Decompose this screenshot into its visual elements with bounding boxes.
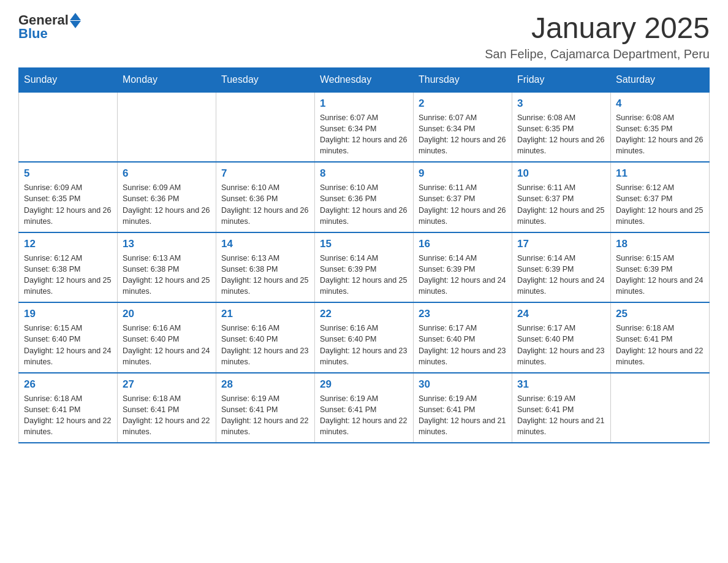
calendar-cell: 6Sunrise: 6:09 AM Sunset: 6:36 PM Daylig… [118, 162, 216, 232]
logo: General Blue [18, 12, 81, 42]
calendar-cell: 12Sunrise: 6:12 AM Sunset: 6:38 PM Dayli… [19, 232, 118, 303]
day-number: 21 [221, 308, 309, 320]
day-info: Sunrise: 6:15 AM Sunset: 6:39 PM Dayligh… [616, 253, 704, 297]
calendar-cell: 11Sunrise: 6:12 AM Sunset: 6:37 PM Dayli… [611, 162, 710, 232]
week-row-1: 1Sunrise: 6:07 AM Sunset: 6:34 PM Daylig… [19, 92, 710, 163]
day-header-tuesday: Tuesday [216, 67, 315, 92]
calendar-cell: 16Sunrise: 6:14 AM Sunset: 6:39 PM Dayli… [414, 232, 512, 303]
week-row-2: 5Sunrise: 6:09 AM Sunset: 6:35 PM Daylig… [19, 162, 710, 232]
day-info: Sunrise: 6:12 AM Sunset: 6:38 PM Dayligh… [24, 253, 112, 297]
day-info: Sunrise: 6:14 AM Sunset: 6:39 PM Dayligh… [419, 253, 507, 297]
day-number: 22 [320, 308, 408, 320]
day-info: Sunrise: 6:09 AM Sunset: 6:35 PM Dayligh… [24, 182, 112, 227]
day-info: Sunrise: 6:07 AM Sunset: 6:34 PM Dayligh… [419, 112, 507, 157]
calendar-cell: 25Sunrise: 6:18 AM Sunset: 6:41 PM Dayli… [611, 302, 710, 373]
day-info: Sunrise: 6:16 AM Sunset: 6:40 PM Dayligh… [123, 323, 211, 367]
day-number: 13 [123, 238, 211, 250]
day-number: 11 [616, 167, 704, 180]
day-info: Sunrise: 6:10 AM Sunset: 6:36 PM Dayligh… [320, 182, 408, 227]
logo-blue-text: Blue [18, 26, 48, 42]
day-info: Sunrise: 6:19 AM Sunset: 6:41 PM Dayligh… [419, 393, 507, 438]
calendar-cell: 4Sunrise: 6:08 AM Sunset: 6:35 PM Daylig… [611, 92, 710, 163]
day-info: Sunrise: 6:14 AM Sunset: 6:39 PM Dayligh… [320, 253, 408, 297]
calendar-cell: 14Sunrise: 6:13 AM Sunset: 6:38 PM Dayli… [216, 232, 315, 303]
calendar-cell: 8Sunrise: 6:10 AM Sunset: 6:36 PM Daylig… [315, 162, 414, 232]
day-info: Sunrise: 6:08 AM Sunset: 6:35 PM Dayligh… [517, 112, 605, 157]
month-title: January 2025 [485, 12, 710, 45]
day-info: Sunrise: 6:19 AM Sunset: 6:41 PM Dayligh… [320, 393, 408, 438]
logo-content: General Blue [18, 12, 81, 42]
calendar-cell: 7Sunrise: 6:10 AM Sunset: 6:36 PM Daylig… [216, 162, 315, 232]
day-info: Sunrise: 6:13 AM Sunset: 6:38 PM Dayligh… [221, 253, 309, 297]
calendar-cell: 29Sunrise: 6:19 AM Sunset: 6:41 PM Dayli… [315, 373, 414, 443]
day-number: 3 [517, 98, 605, 110]
day-header-friday: Friday [512, 67, 611, 92]
day-info: Sunrise: 6:19 AM Sunset: 6:41 PM Dayligh… [517, 393, 605, 438]
calendar-cell: 30Sunrise: 6:19 AM Sunset: 6:41 PM Dayli… [414, 373, 512, 443]
calendar-cell: 3Sunrise: 6:08 AM Sunset: 6:35 PM Daylig… [512, 92, 611, 163]
calendar-cell: 27Sunrise: 6:18 AM Sunset: 6:41 PM Dayli… [118, 373, 216, 443]
calendar-cell: 21Sunrise: 6:16 AM Sunset: 6:40 PM Dayli… [216, 302, 315, 373]
calendar-cell [19, 92, 118, 163]
day-number: 29 [320, 378, 408, 391]
day-info: Sunrise: 6:16 AM Sunset: 6:40 PM Dayligh… [221, 323, 309, 367]
day-number: 7 [221, 167, 309, 180]
day-number: 18 [616, 238, 704, 250]
day-info: Sunrise: 6:19 AM Sunset: 6:41 PM Dayligh… [221, 393, 309, 438]
calendar-cell [118, 92, 216, 163]
day-number: 25 [616, 308, 704, 320]
day-number: 4 [616, 98, 704, 110]
day-info: Sunrise: 6:15 AM Sunset: 6:40 PM Dayligh… [24, 323, 112, 367]
day-number: 28 [221, 378, 309, 391]
week-row-5: 26Sunrise: 6:18 AM Sunset: 6:41 PM Dayli… [19, 373, 710, 443]
day-number: 9 [419, 167, 507, 180]
day-info: Sunrise: 6:08 AM Sunset: 6:35 PM Dayligh… [616, 112, 704, 157]
day-number: 12 [24, 238, 112, 250]
day-header-thursday: Thursday [414, 67, 512, 92]
day-info: Sunrise: 6:11 AM Sunset: 6:37 PM Dayligh… [517, 182, 605, 227]
day-info: Sunrise: 6:17 AM Sunset: 6:40 PM Dayligh… [419, 323, 507, 367]
calendar-cell: 23Sunrise: 6:17 AM Sunset: 6:40 PM Dayli… [414, 302, 512, 373]
calendar-cell: 24Sunrise: 6:17 AM Sunset: 6:40 PM Dayli… [512, 302, 611, 373]
calendar-cell: 18Sunrise: 6:15 AM Sunset: 6:39 PM Dayli… [611, 232, 710, 303]
week-row-4: 19Sunrise: 6:15 AM Sunset: 6:40 PM Dayli… [19, 302, 710, 373]
day-header-saturday: Saturday [611, 67, 710, 92]
calendar-cell: 1Sunrise: 6:07 AM Sunset: 6:34 PM Daylig… [315, 92, 414, 163]
day-info: Sunrise: 6:16 AM Sunset: 6:40 PM Dayligh… [320, 323, 408, 367]
day-number: 17 [517, 238, 605, 250]
calendar-cell: 31Sunrise: 6:19 AM Sunset: 6:41 PM Dayli… [512, 373, 611, 443]
day-number: 14 [221, 238, 309, 250]
title-section: January 2025 San Felipe, Cajamarca Depar… [485, 12, 710, 61]
day-info: Sunrise: 6:11 AM Sunset: 6:37 PM Dayligh… [419, 182, 507, 227]
day-number: 31 [517, 378, 605, 391]
day-info: Sunrise: 6:10 AM Sunset: 6:36 PM Dayligh… [221, 182, 309, 227]
calendar-cell: 26Sunrise: 6:18 AM Sunset: 6:41 PM Dayli… [19, 373, 118, 443]
calendar-cell [216, 92, 315, 163]
week-row-3: 12Sunrise: 6:12 AM Sunset: 6:38 PM Dayli… [19, 232, 710, 303]
day-number: 15 [320, 238, 408, 250]
day-info: Sunrise: 6:17 AM Sunset: 6:40 PM Dayligh… [517, 323, 605, 367]
location-title: San Felipe, Cajamarca Department, Peru [485, 47, 710, 61]
day-header-wednesday: Wednesday [315, 67, 414, 92]
day-number: 27 [123, 378, 211, 391]
day-number: 20 [123, 308, 211, 320]
day-info: Sunrise: 6:07 AM Sunset: 6:34 PM Dayligh… [320, 112, 408, 157]
day-info: Sunrise: 6:13 AM Sunset: 6:38 PM Dayligh… [123, 253, 211, 297]
day-info: Sunrise: 6:12 AM Sunset: 6:37 PM Dayligh… [616, 182, 704, 227]
day-header-sunday: Sunday [19, 67, 118, 92]
day-info: Sunrise: 6:18 AM Sunset: 6:41 PM Dayligh… [123, 393, 211, 438]
calendar-table: SundayMondayTuesdayWednesdayThursdayFrid… [18, 67, 710, 444]
calendar-cell: 9Sunrise: 6:11 AM Sunset: 6:37 PM Daylig… [414, 162, 512, 232]
day-number: 10 [517, 167, 605, 180]
calendar-cell: 13Sunrise: 6:13 AM Sunset: 6:38 PM Dayli… [118, 232, 216, 303]
calendar-cell [611, 373, 710, 443]
day-number: 1 [320, 98, 408, 110]
day-header-monday: Monday [118, 67, 216, 92]
calendar-cell: 5Sunrise: 6:09 AM Sunset: 6:35 PM Daylig… [19, 162, 118, 232]
day-number: 8 [320, 167, 408, 180]
day-number: 19 [24, 308, 112, 320]
day-info: Sunrise: 6:09 AM Sunset: 6:36 PM Dayligh… [123, 182, 211, 227]
day-number: 24 [517, 308, 605, 320]
calendar-cell: 28Sunrise: 6:19 AM Sunset: 6:41 PM Dayli… [216, 373, 315, 443]
page-header: General Blue January 2025 San Felipe, Ca… [18, 12, 710, 61]
